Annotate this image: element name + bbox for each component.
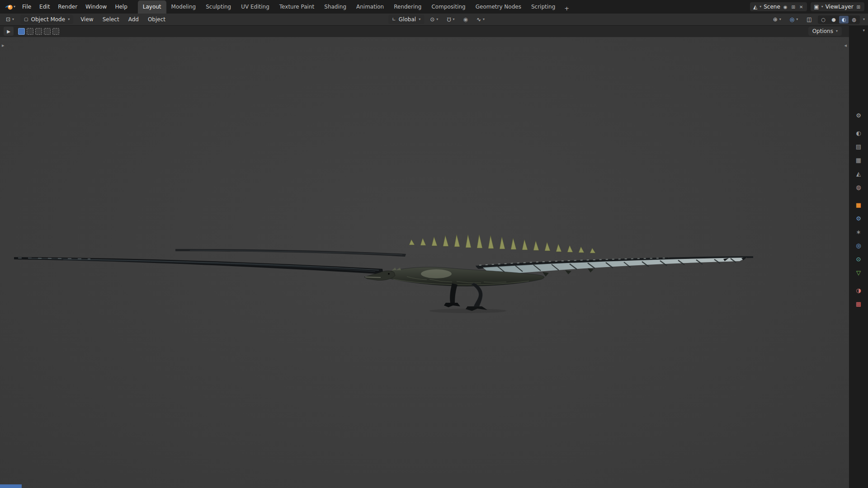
texture-properties-icon: ▩ — [856, 300, 861, 307]
view-layer-browse-caret-icon[interactable]: ▾ — [821, 5, 823, 9]
shading-material-preview-button[interactable]: ◐ — [839, 16, 849, 23]
scene-icon[interactable]: ◭ — [753, 4, 757, 9]
menu-edit[interactable]: Edit — [35, 2, 54, 12]
tab-physics-properties[interactable]: ◎ — [852, 240, 865, 250]
tab-object-data-properties[interactable]: ▽ — [852, 267, 865, 277]
wireframe-icon: ○ — [821, 17, 826, 23]
menu-window[interactable]: Window — [81, 2, 111, 12]
menu-object[interactable]: Object — [144, 14, 169, 24]
select-mode-subtract[interactable] — [35, 28, 42, 35]
tab-object-properties[interactable]: ■ — [852, 200, 865, 210]
tab-material-properties[interactable]: ◑ — [852, 285, 865, 295]
show-gizmo-button[interactable]: ⊕ ▾ — [770, 15, 784, 23]
menu-add[interactable]: Add — [125, 14, 142, 24]
workspace-tab-layout[interactable]: Layout — [138, 0, 166, 14]
workspace-tab-texture-paint[interactable]: Texture Paint — [274, 0, 319, 14]
tab-world-properties[interactable]: ◍ — [852, 182, 865, 192]
pin-scene-icon[interactable]: ◉ — [783, 4, 788, 10]
snap-toggle-button[interactable]: Ω ▾ — [444, 15, 457, 23]
menu-help[interactable]: Help — [111, 2, 131, 12]
material-preview-icon: ◐ — [842, 17, 846, 23]
back-wing — [175, 249, 406, 257]
toolbar-region-toggle[interactable]: ▸ — [2, 43, 5, 48]
tab-view-layer-properties[interactable]: ▦ — [852, 155, 865, 165]
far-leg — [450, 283, 458, 303]
pivot-point-button[interactable]: ⊙ ▾ — [427, 15, 441, 23]
new-scene-icon[interactable]: ⊞ — [791, 4, 796, 10]
active-tool-button[interactable]: ▶ — [4, 27, 14, 36]
mode-caret-icon: ▾ — [68, 18, 70, 21]
editor-type-button[interactable]: ⊡ ▾ — [3, 15, 17, 23]
workspace-tab-scripting[interactable]: Scripting — [526, 0, 560, 14]
scene-browse-caret-icon[interactable]: ▾ — [760, 5, 761, 9]
view-layer-name[interactable]: ViewLayer — [826, 4, 854, 10]
workspace-tab-uv-editing[interactable]: UV Editing — [236, 0, 274, 14]
tab-scene-properties[interactable]: ◭ — [852, 169, 865, 178]
tab-constraint-properties[interactable]: ⊙ — [852, 254, 865, 264]
blender-logo-icon[interactable]: ▾ — [4, 4, 18, 10]
transform-orientation-selector[interactable]: ∟ Global ▾ — [388, 15, 424, 24]
options-caret-icon: ▾ — [836, 29, 838, 33]
left-wing — [14, 257, 383, 274]
select-mode-intersect[interactable] — [52, 28, 59, 35]
properties-tabs: ⚙ ◐ ▤ ▦ ◭ ◍ ■ ⚙ ∗ ◎ ⊙ ▽ — [852, 110, 865, 309]
viewport-canvas[interactable] — [0, 37, 849, 488]
xray-toggle-button[interactable]: ◫ — [804, 15, 814, 23]
pivot-caret-icon: ▾ — [436, 18, 438, 21]
shading-rendered-button[interactable]: ◍ — [849, 16, 859, 23]
overlays-icon: ◎ — [790, 17, 794, 22]
tab-particle-properties[interactable]: ∗ — [852, 227, 865, 237]
menu-file[interactable]: File — [18, 2, 35, 12]
workspace-tab-modeling[interactable]: Modeling — [166, 0, 201, 14]
view-layer-icon[interactable]: ▣ — [814, 4, 819, 9]
proportional-falloff-button[interactable]: ∿ ▾ — [474, 15, 487, 23]
falloff-caret-icon: ▾ — [483, 18, 485, 21]
workspace-tab-rendering[interactable]: Rendering — [389, 0, 426, 14]
xray-icon: ◫ — [807, 17, 811, 22]
select-mode-extend[interactable] — [27, 28, 33, 35]
object-mode-icon: ▢ — [24, 17, 28, 22]
options-button[interactable]: Options ▾ — [808, 27, 842, 36]
workspace-tab-animation[interactable]: Animation — [351, 0, 389, 14]
magnet-icon: Ω — [447, 17, 451, 22]
workspace-tab-compositing[interactable]: Compositing — [426, 0, 470, 14]
menu-render[interactable]: Render — [54, 2, 81, 12]
overlays-caret-icon: ▾ — [796, 18, 798, 21]
menu-select[interactable]: Select — [99, 14, 123, 24]
topbar-right: ◭ ▾ Scene ◉ ⊞ ✕ ▣ ▾ ViewLayer ⊞ — [750, 2, 864, 11]
tab-tool-properties[interactable]: ⚙ — [852, 110, 865, 120]
model-wyvern[interactable] — [14, 235, 753, 313]
select-mode-invert[interactable] — [44, 28, 51, 35]
shading-settings-caret-icon[interactable]: ▾ — [863, 18, 865, 21]
view-layer-selector: ▣ ▾ ViewLayer ⊞ — [811, 2, 864, 11]
tab-output-properties[interactable]: ▤ — [852, 141, 865, 151]
add-workspace-button[interactable]: + — [560, 3, 573, 14]
scene-name[interactable]: Scene — [764, 4, 780, 10]
workspace-tab-geometry-nodes[interactable]: Geometry Nodes — [471, 0, 526, 14]
menu-view[interactable]: View — [77, 14, 97, 24]
mode-selector[interactable]: ▢ Object Mode ▾ — [20, 15, 73, 24]
tab-render-properties[interactable]: ◐ — [852, 128, 865, 138]
gizmo-icon: ⊕ — [773, 17, 778, 22]
properties-menu-caret-icon[interactable]: ▾ — [863, 28, 865, 33]
world-properties-icon: ◍ — [856, 184, 861, 191]
select-mode-new[interactable] — [18, 28, 25, 35]
unlink-scene-icon[interactable]: ✕ — [798, 4, 804, 10]
workspace-tab-sculpting[interactable]: Sculpting — [201, 0, 236, 14]
workspace-tabs: Layout Modeling Sculpting UV Editing Tex… — [138, 0, 573, 14]
proportional-editing-button[interactable]: ◉ — [460, 15, 470, 23]
view-layer-properties-icon: ▦ — [856, 157, 861, 164]
viewport-3d[interactable]: ▸ ◂ — [0, 37, 849, 488]
show-overlays-button[interactable]: ◎ ▾ — [787, 15, 801, 23]
sidebar-region-toggle[interactable]: ◂ — [844, 43, 847, 48]
workspace-tab-shading[interactable]: Shading — [319, 0, 351, 14]
tab-texture-properties[interactable]: ▩ — [852, 299, 865, 309]
tab-modifier-properties[interactable]: ⚙ — [852, 213, 865, 223]
new-view-layer-icon[interactable]: ⊞ — [856, 4, 861, 10]
topbar: ▾ File Edit Render Window Help Layout Mo… — [0, 0, 868, 14]
shading-solid-button[interactable]: ● — [829, 16, 839, 23]
shading-wireframe-button[interactable]: ○ — [819, 16, 829, 23]
dorsal-spikes — [409, 235, 595, 253]
far-foot — [444, 303, 460, 307]
orientation-label: Global — [399, 16, 416, 23]
